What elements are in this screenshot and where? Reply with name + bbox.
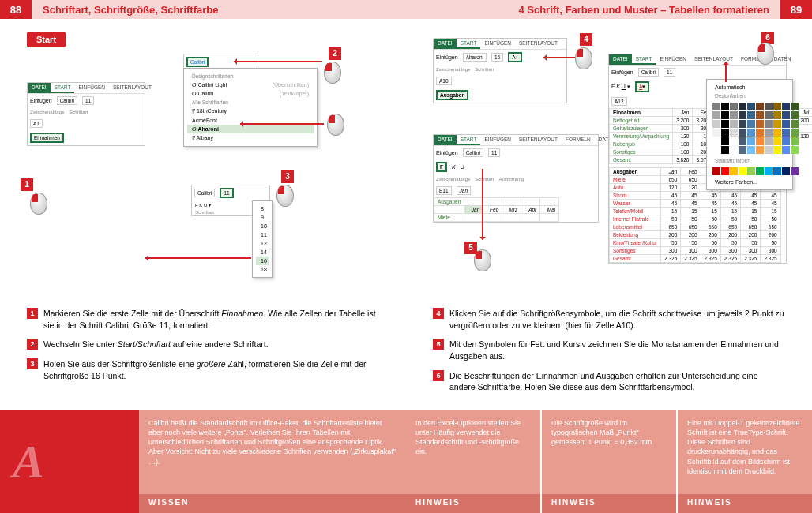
ribbon-groups: Zwischenablage Schriftart: [28, 107, 145, 117]
cell-row: Einnahmen: [28, 130, 145, 145]
footer-right: In den Excel-Optionen stellen Sie unter …: [406, 410, 812, 513]
s11: 11: [256, 230, 269, 239]
arrow-3: [145, 257, 251, 259]
s8: 8: [256, 204, 269, 213]
screenshots-right: DATEI START EINFÜGEN SEITENLAYOUT Einfüg…: [433, 38, 785, 298]
footer-A: A: [13, 435, 44, 489]
step-text: Wechseln Sie unter Start/Schriftart auf …: [43, 339, 379, 350]
footer-left: A Calibri heißt die Standardschrift im O…: [0, 410, 406, 513]
months-table: Ausgaben JanFebMrzAprMai Miete: [434, 197, 559, 222]
step-num: 3: [27, 358, 38, 369]
step-text: Mit den Symbolen für Fett und Kursiv zei…: [449, 339, 785, 361]
std-colors-hdr: Standardfarben: [710, 156, 789, 165]
dd-calibri-light: O Calibri Light (Überschriften): [187, 81, 314, 89]
arrow-2a: [234, 61, 322, 62]
page-number-right: 89: [780, 4, 812, 16]
italic-icon: K: [452, 164, 456, 170]
dd-18th: ⁋ 18thCentury: [187, 107, 314, 116]
grow-font-icon: A↑: [508, 52, 522, 62]
mouse-icon: [575, 47, 594, 71]
step-num: 6: [433, 370, 444, 381]
mouse-icon: [276, 185, 295, 208]
font-dropdown: Designschriftarten O Calibri Light (Über…: [183, 68, 318, 147]
dd-albany: ⁋ Albany: [187, 133, 314, 143]
header-title-right: 4 Schrift, Farben und Muster – Tabellen …: [406, 4, 780, 16]
tab-file: DATEI: [28, 83, 51, 93]
s12: 12: [256, 239, 269, 248]
mouse-icon: [474, 249, 493, 273]
callout-4: 4: [580, 33, 592, 46]
step-num: 5: [433, 339, 444, 350]
sz-font: Calibri: [194, 189, 215, 197]
tabs4: DATEI START EINFÜGEN SEITENLAYOUT: [434, 39, 566, 50]
step-text: Klicken Sie auf die Schriftgrößensymbole…: [449, 308, 785, 331]
ribbon-row: Einfügen Calibri 11: [28, 94, 145, 107]
color-dropdown: Automatisch Designfarben Standardfarben …: [706, 79, 793, 190]
tab-start: START: [51, 83, 75, 93]
design-colors-hdr: Designfarben: [710, 92, 789, 100]
page-right: 4 Schrift, Farben und Muster – Tabellen …: [406, 0, 812, 513]
name-cell: A1: [30, 119, 43, 128]
std-palette: [710, 165, 789, 178]
header-right: 4 Schrift, Farben und Muster – Tabellen …: [406, 0, 812, 19]
start-badge: Start: [27, 32, 66, 47]
mouse-icon: [327, 114, 346, 137]
step-num: 2: [27, 339, 38, 350]
mouse-icon: [757, 43, 776, 66]
arrow-5: [482, 169, 483, 240]
step-text: Die Beschriftungen der Einnahmen und Aus…: [449, 370, 785, 393]
excel-shot-1: DATEI START EINFÜGEN SEITENLAYOUT Einfüg…: [27, 82, 145, 146]
step-num: 4: [433, 308, 444, 319]
color-palette: [710, 100, 789, 156]
double-page-spread: 88 Schriftart, Schriftgröße, Schriftfarb…: [0, 0, 812, 513]
footer-cols-right: In den Excel-Optionen stellen Sie unter …: [406, 410, 812, 513]
footer-cols-left: Calibri heißt die Standardschrift im Off…: [139, 410, 406, 513]
size-box: 11: [82, 96, 94, 105]
page-number-left: 88: [0, 4, 32, 16]
excel-shot-4: DATEI START EINFÜGEN SEITENLAYOUT Einfüg…: [433, 38, 567, 103]
footer-letter-block: A: [0, 410, 139, 513]
content-right: DATEI START EINFÜGEN SEITENLAYOUT Einfüg…: [406, 19, 812, 410]
dd-calibri: O Calibri (Textkörper): [187, 89, 314, 98]
grp-clip: Zwischenablage: [30, 110, 64, 114]
h3-text: Eine mit Doppel-T gekennzeichnete Schrif…: [678, 410, 812, 494]
tabs5: DATEI START EINFÜGEN SEITENLAYOUT FORMEL…: [434, 135, 598, 146]
step-text: Holen Sie aus der Schriftgrößenliste ein…: [43, 358, 379, 381]
header-title-left: Schriftart, Schriftgröße, Schriftfarbe: [32, 4, 406, 16]
s10: 10: [256, 222, 269, 230]
h2-text: Die Schriftgröße wird im typografischen …: [542, 410, 676, 494]
cell-einnahmen: Einnahmen: [30, 133, 64, 143]
name-box-row: A1: [28, 117, 145, 130]
dd-hdr-all: Alle Schriftarten: [187, 98, 314, 107]
excel-shot-5: DATEI START EINFÜGEN SEITENLAYOUT FORMEL…: [433, 134, 599, 223]
callout-1: 1: [21, 178, 33, 191]
header-left: 88 Schriftart, Schriftgröße, Schriftfarb…: [0, 0, 406, 19]
h2-label: HINWEIS: [542, 494, 676, 513]
arrow-4: [543, 57, 575, 58]
s14: 14: [256, 248, 269, 256]
grp-font: Schriftart: [69, 110, 88, 114]
wissen-label: WISSEN: [139, 494, 406, 513]
tab-insert: EINFÜGEN: [74, 83, 109, 93]
callout-2: 2: [329, 47, 341, 60]
underline-icon: U: [461, 164, 464, 170]
h1-text: In den Excel-Optionen stellen Sie unter …: [406, 410, 540, 494]
content-left: Start DATEI START EINFÜGEN SEITENLAYOUT …: [0, 19, 406, 410]
arrow-6: [725, 62, 727, 82]
h3-label: HINWEIS: [678, 494, 812, 513]
size-dropdown: 8 9 10 11 12 14 16 18: [252, 200, 273, 278]
h1-label: HINWEIS: [406, 494, 540, 513]
mouse-icon: [30, 193, 49, 216]
steps-left: 1Markieren Sie die erste Zelle mit der Ü…: [27, 308, 379, 381]
step-text: Markieren Sie die erste Zelle mit der Üb…: [43, 308, 379, 331]
screenshots-left: DATEI START EINFÜGEN SEITENLAYOUT Einfüg…: [27, 54, 379, 298]
fcol-h1: In den Excel-Optionen stellen Sie unter …: [406, 410, 540, 513]
fcol-wissen: Calibri heißt die Standardschrift im Off…: [139, 410, 406, 513]
steps-right: 4Klicken Sie auf die Schriftgrößensymbol…: [433, 308, 785, 393]
page-left: 88 Schriftart, Schriftgröße, Schriftfarb…: [0, 0, 406, 513]
sz-11: 11: [220, 188, 233, 198]
mouse-icon: [324, 62, 343, 85]
sz-row: Calibri 11: [192, 185, 269, 200]
more-colors: Weitere Farben...: [710, 178, 789, 186]
s9: 9: [256, 213, 269, 222]
